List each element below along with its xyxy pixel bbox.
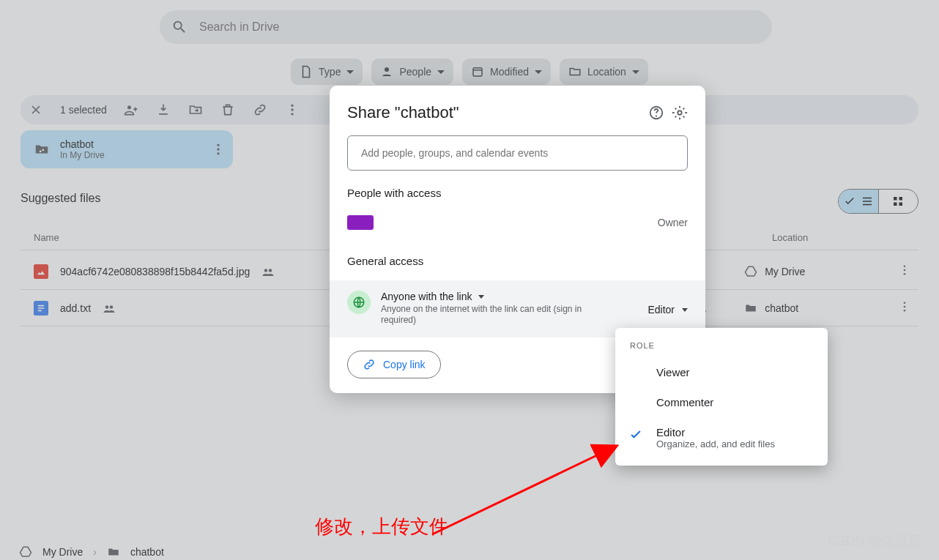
chevron-down-icon — [478, 295, 484, 299]
avatar-redacted — [347, 215, 374, 230]
add-people-field[interactable] — [347, 135, 688, 171]
svg-point-28 — [656, 115, 657, 116]
access-scope-description: Anyone on the internet with the link can… — [381, 304, 601, 326]
svg-point-29 — [678, 111, 682, 115]
role-dropdown[interactable]: Editor — [647, 304, 688, 316]
access-scope-dropdown[interactable]: Anyone with the link — [381, 291, 688, 302]
link-icon — [363, 358, 376, 371]
chevron-down-icon — [682, 308, 688, 312]
general-access-heading: General access — [347, 255, 688, 267]
check-icon — [628, 428, 643, 442]
globe-icon — [347, 291, 371, 314]
copy-link-button[interactable]: Copy link — [347, 351, 441, 378]
role-menu: ROLE Viewer Commenter Editor Organize, a… — [615, 328, 828, 466]
role-option-viewer[interactable]: Viewer — [615, 357, 828, 387]
help-icon[interactable] — [648, 105, 664, 121]
role-option-editor[interactable]: Editor Organize, add, and edit files — [615, 417, 828, 458]
share-dialog-title: Share "chatbot" — [347, 103, 641, 122]
access-person-row: Owner — [347, 209, 688, 236]
add-people-input[interactable] — [360, 146, 675, 160]
owner-label: Owner — [658, 217, 688, 228]
watermark: CSDN @尘是辰 — [828, 532, 921, 550]
gear-icon[interactable] — [672, 105, 688, 121]
role-option-commenter[interactable]: Commenter — [615, 387, 828, 417]
annotation-text: 修改，上传文件 — [315, 514, 448, 540]
people-with-access-heading: People with access — [347, 187, 688, 199]
role-menu-label: ROLE — [615, 338, 828, 357]
